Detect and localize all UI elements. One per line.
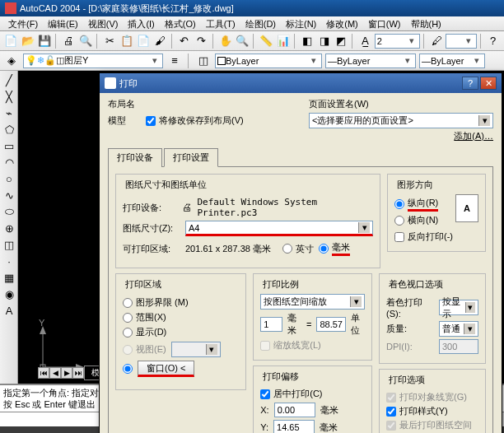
open-icon[interactable]: 📂	[20, 33, 35, 49]
quality-select[interactable]: 普通▾	[439, 321, 478, 337]
layout-name-value: 模型	[108, 114, 141, 127]
print-icon[interactable]: 🖨	[61, 33, 76, 49]
center-print-checkbox[interactable]	[260, 389, 270, 399]
color-icon[interactable]: ◫	[195, 53, 212, 69]
tab-prev-icon[interactable]: ◀	[49, 367, 61, 379]
paper-group: 图纸尺寸和图纸单位 打印设备: 🖨 Default Windows System…	[115, 174, 380, 268]
menu-file[interactable]: 文件(F)	[3, 16, 43, 30]
offset-legend: 打印偏移	[260, 370, 301, 383]
prop-icon[interactable]: 📊	[276, 33, 291, 49]
opt-plotstyle-checkbox[interactable]	[386, 407, 396, 417]
help-icon[interactable]: ?	[485, 33, 500, 49]
area-view-radio	[123, 345, 133, 355]
new-icon[interactable]: 📄	[3, 33, 18, 49]
menu-view[interactable]: 视图(V)	[83, 16, 124, 30]
menu-tools[interactable]: 工具(T)	[201, 16, 240, 30]
paper-size-select[interactable]: A4▾	[185, 221, 373, 236]
block-icon[interactable]: ◫	[2, 237, 16, 252]
offset-x-input[interactable]: 0.00	[278, 405, 295, 415]
reverse-print-checkbox[interactable]	[394, 232, 404, 242]
polygon-icon[interactable]: ⬠	[2, 122, 16, 137]
offset-y-input[interactable]: 14.65	[277, 422, 300, 432]
tab-next-icon[interactable]: ▶	[61, 367, 72, 379]
insert-icon[interactable]: ⊕	[2, 221, 16, 235]
paste-icon[interactable]: 📄	[136, 33, 151, 49]
shade-group: 着色视口选项 着色打印(S):按显示▾ 质量:普通▾ DPI(I):300	[379, 273, 486, 364]
cut-icon[interactable]: ✂	[102, 33, 117, 49]
line-icon[interactable]: ╱	[2, 72, 16, 87]
rect-icon[interactable]: ▭	[2, 138, 16, 153]
pan-icon[interactable]: ✋	[217, 33, 232, 49]
menubar: 文件(F) 编辑(E) 视图(V) 插入(I) 格式(O) 工具(T) 绘图(D…	[0, 16, 504, 31]
menu-draw[interactable]: 绘图(D)	[240, 16, 281, 30]
area-display-radio[interactable]	[123, 328, 133, 338]
hatch-icon[interactable]: ▦	[2, 270, 16, 285]
linetype-val: ByLayer	[337, 56, 370, 66]
brush-icon[interactable]: 🖊	[429, 33, 444, 49]
menu-format[interactable]: 格式(O)	[160, 16, 201, 30]
landscape-radio[interactable]	[394, 216, 404, 226]
window-button[interactable]: 窗口(O) <	[138, 361, 194, 377]
tool1-icon[interactable]: ◧	[300, 33, 315, 49]
app-title: AutoCAD 2004 - [D:\家庭装修\图纸\长江村_修改.dwg]	[20, 2, 234, 15]
tool2-icon[interactable]: ◨	[316, 33, 331, 49]
size-label: 图纸尺寸(Z):	[123, 222, 180, 235]
device-value: Default Windows System Printer.pc3	[197, 197, 373, 218]
undo-icon[interactable]: ↶	[177, 33, 192, 49]
device-label: 打印设备:	[123, 202, 177, 214]
unit-mm-radio[interactable]	[319, 244, 329, 254]
pline-icon[interactable]: ⌁	[2, 105, 16, 120]
layermgr-icon[interactable]: ≡	[166, 53, 183, 69]
text-icon[interactable]: A	[2, 303, 16, 318]
copy-icon[interactable]: 📋	[119, 33, 133, 49]
lineweight-icon[interactable]: A̲	[357, 33, 372, 49]
tab-last-icon[interactable]: ⏭	[72, 367, 84, 379]
close-icon[interactable]: ✕	[480, 77, 497, 90]
menu-dim[interactable]: 标注(N)	[281, 16, 321, 30]
draw-toolbar: ╱ ╳ ⌁ ⬠ ▭ ◠ ○ ∿ ⬭ ⊕ ◫ · ▦ ◉ A	[0, 71, 18, 384]
tab-first-icon[interactable]: ⏮	[38, 367, 49, 379]
save-icon[interactable]: 💾	[37, 33, 52, 49]
scale-num-input[interactable]: 1	[264, 319, 268, 329]
tab-print-settings[interactable]: 打印设置	[164, 148, 218, 167]
menu-modify[interactable]: 修改(M)	[321, 16, 363, 30]
preview-icon[interactable]: 🔍	[78, 33, 93, 49]
region-icon[interactable]: ◉	[2, 286, 16, 301]
area-window-radio[interactable]	[123, 364, 133, 374]
menu-edit[interactable]: 编辑(E)	[43, 16, 83, 30]
portrait-radio[interactable]	[394, 199, 404, 209]
menu-window[interactable]: 窗口(W)	[363, 16, 406, 30]
save-to-layout-checkbox[interactable]	[146, 116, 156, 126]
tab-print-device[interactable]: 打印设备	[108, 148, 162, 167]
arc-icon[interactable]: ◠	[2, 155, 16, 170]
area-limits-radio[interactable]	[123, 298, 133, 308]
zoom-icon[interactable]: 🔍	[235, 33, 250, 49]
tool3-icon[interactable]: ◩	[334, 33, 348, 49]
spline-icon[interactable]: ∿	[2, 188, 16, 203]
scale-unit-input[interactable]: 88.57	[320, 319, 343, 329]
unit-inch-radio[interactable]	[282, 244, 292, 254]
lw-combo[interactable]: —ByLayer▾	[419, 54, 485, 68]
lineweight-combo[interactable]: 2▾	[375, 34, 420, 49]
layer-combo[interactable]: 💡❄🔓◫ 图层Y ▾	[23, 54, 163, 68]
circle-icon[interactable]: ○	[2, 171, 16, 186]
color-combo[interactable]: ByLayer▾	[215, 54, 322, 68]
xline-icon[interactable]: ╳	[2, 89, 16, 104]
ellipse-icon[interactable]: ⬭	[2, 204, 16, 219]
redo-icon[interactable]: ↷	[194, 33, 208, 49]
layout-name-label: 布局名	[108, 98, 292, 110]
area-extents-radio[interactable]	[123, 313, 133, 323]
dist-icon[interactable]: 📏	[259, 33, 273, 49]
menu-help[interactable]: 帮助(H)	[406, 16, 446, 30]
point-icon[interactable]: ·	[2, 254, 16, 268]
shade-select[interactable]: 按显示▾	[439, 300, 478, 315]
help-button-icon[interactable]: ?	[462, 77, 478, 90]
layer-icon[interactable]: ◈	[3, 53, 20, 69]
linetype-combo[interactable]: —ByLayer▾	[325, 54, 416, 68]
match-icon[interactable]: 🖌	[152, 33, 167, 49]
scale-select[interactable]: 按图纸空间缩放▾	[260, 294, 365, 310]
menu-insert[interactable]: 插入(I)	[123, 16, 159, 30]
add-page-setup-link[interactable]: 添加(A)…	[309, 130, 493, 142]
page-setup-select[interactable]: <选择要应用的页面设置>▾	[309, 113, 493, 128]
style-combo[interactable]: ▾	[446, 34, 476, 49]
